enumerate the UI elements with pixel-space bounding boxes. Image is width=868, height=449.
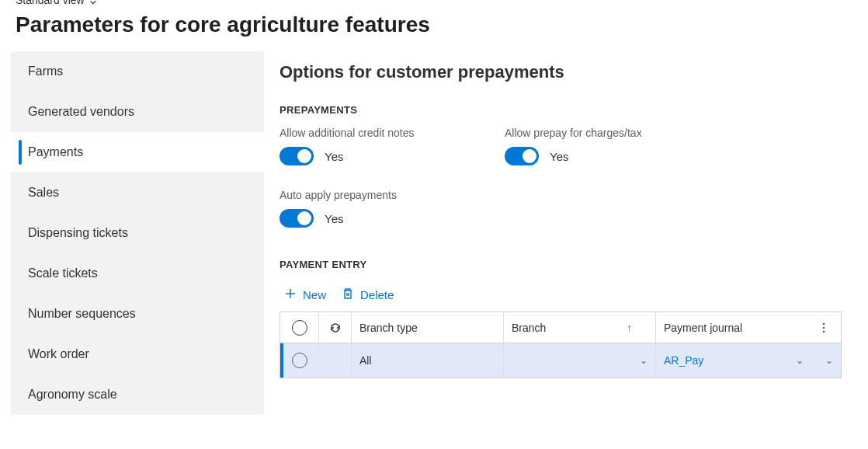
radio-icon bbox=[292, 320, 307, 336]
chevron-down-icon: ⌄ bbox=[796, 355, 804, 366]
main-title: Options for customer prepayments bbox=[279, 62, 842, 82]
payment-entry-grid: Branch type Branch ↑ Payment journal bbox=[279, 312, 842, 378]
sidebar-item-number-sequences[interactable]: Number sequences bbox=[11, 294, 264, 334]
branch-type-value: All bbox=[359, 354, 372, 367]
trash-icon bbox=[342, 287, 354, 302]
toggle-label: Allow prepay for charges/tax bbox=[505, 127, 730, 139]
sidebar-item-farms[interactable]: Farms bbox=[11, 51, 264, 92]
sidebar-item-payments[interactable]: Payments bbox=[11, 132, 264, 172]
select-all-cell[interactable] bbox=[280, 312, 319, 343]
delete-button-label: Delete bbox=[360, 288, 394, 301]
main-panel: Options for customer prepayments PREPAYM… bbox=[264, 51, 857, 378]
sort-asc-icon: ↑ bbox=[627, 322, 632, 334]
refresh-cell[interactable] bbox=[319, 312, 352, 343]
column-header-branch-type[interactable]: Branch type bbox=[352, 312, 504, 343]
toggle-value: Yes bbox=[325, 150, 343, 163]
column-header-branch[interactable]: Branch ↑ bbox=[504, 312, 656, 343]
svg-point-1 bbox=[823, 326, 825, 329]
branch-type-cell[interactable]: All ⌄ bbox=[352, 343, 504, 378]
sidebar-item-agronomy-scale[interactable]: Agronomy scale bbox=[11, 374, 264, 415]
toggle-auto-apply: Auto apply prepayments Yes bbox=[279, 189, 505, 228]
grid-header-row: Branch type Branch ↑ Payment journal bbox=[280, 312, 841, 343]
toggle-value: Yes bbox=[550, 150, 568, 163]
refresh-icon bbox=[329, 322, 342, 334]
sidebar-item-dispensing-tickets[interactable]: Dispensing tickets bbox=[11, 213, 264, 253]
view-mode-selector[interactable]: Standard view bbox=[16, 0, 852, 6]
plus-icon bbox=[284, 287, 297, 302]
section-label-payment-entry: PAYMENT ENTRY bbox=[279, 259, 842, 270]
page-title: Parameters for core agriculture features bbox=[16, 12, 852, 37]
delete-button[interactable]: Delete bbox=[342, 287, 394, 302]
column-header-payment-journal[interactable]: Payment journal bbox=[656, 312, 811, 343]
new-button[interactable]: New bbox=[284, 287, 326, 302]
caret-down-icon bbox=[89, 0, 97, 4]
sidebar-item-sales[interactable]: Sales bbox=[11, 172, 264, 213]
sidebar-item-generated-vendors[interactable]: Generated vendors bbox=[11, 92, 264, 132]
grid-options-button[interactable] bbox=[811, 312, 836, 343]
sidebar-item-work-order[interactable]: Work order bbox=[11, 334, 264, 374]
toggle-allow-prepay-charges: Allow prepay for charges/tax Yes bbox=[505, 127, 730, 165]
toggle-label: Auto apply prepayments bbox=[279, 189, 505, 201]
toggle-switch-allow-prepay-charges[interactable] bbox=[505, 147, 539, 165]
radio-icon bbox=[292, 353, 307, 368]
row-spacer-cell bbox=[319, 343, 352, 378]
new-button-label: New bbox=[303, 288, 326, 301]
more-vertical-icon bbox=[818, 322, 830, 334]
toggle-value: Yes bbox=[325, 212, 343, 225]
toggle-allow-credit-notes: Allow additional credit notes Yes bbox=[279, 127, 505, 165]
toggle-switch-allow-credit-notes[interactable] bbox=[279, 147, 314, 165]
chevron-down-icon: ⌄ bbox=[825, 355, 833, 366]
sidebar-item-scale-tickets[interactable]: Scale tickets bbox=[11, 253, 264, 294]
row-select-cell[interactable] bbox=[280, 343, 319, 378]
table-row[interactable]: All ⌄ ⌄ AR_Pay ⌄ bbox=[280, 343, 841, 378]
sidebar: Farms Generated vendors Payments Sales D… bbox=[11, 51, 264, 415]
payment-journal-cell[interactable]: AR_Pay ⌄ bbox=[656, 343, 811, 378]
toggle-switch-auto-apply[interactable] bbox=[279, 209, 314, 228]
column-header-label: Branch bbox=[512, 322, 546, 334]
svg-point-2 bbox=[823, 330, 825, 332]
toggle-label: Allow additional credit notes bbox=[279, 127, 505, 139]
svg-point-0 bbox=[823, 322, 825, 325]
grid-toolbar: New Delete bbox=[279, 281, 842, 312]
branch-cell[interactable]: ⌄ bbox=[504, 343, 656, 378]
payment-journal-value: AR_Pay bbox=[664, 354, 703, 367]
chevron-down-icon: ⌄ bbox=[640, 355, 648, 366]
view-mode-label: Standard view bbox=[16, 0, 85, 6]
section-label-prepayments: PREPAYMENTS bbox=[279, 104, 842, 116]
